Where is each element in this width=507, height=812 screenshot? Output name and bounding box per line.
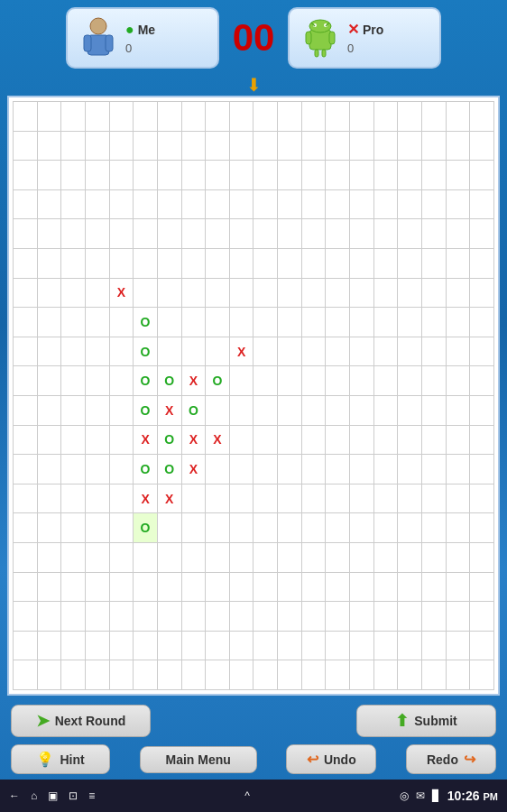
- board-cell[interactable]: [350, 366, 374, 396]
- board-cell[interactable]: [470, 132, 494, 161]
- board-cell[interactable]: [326, 484, 350, 514]
- board-cell[interactable]: [14, 396, 38, 426]
- board-cell[interactable]: [14, 484, 38, 514]
- board-cell[interactable]: [86, 249, 110, 279]
- board-cell[interactable]: [422, 632, 447, 661]
- board-cell[interactable]: [158, 249, 182, 279]
- board-cell[interactable]: [278, 660, 302, 690]
- board-cell[interactable]: [326, 219, 350, 249]
- board-cell[interactable]: [86, 337, 110, 367]
- board-cell[interactable]: O: [182, 396, 207, 426]
- board-cell[interactable]: X: [182, 366, 207, 396]
- board-cell[interactable]: [302, 102, 327, 132]
- board-cell[interactable]: [182, 484, 207, 514]
- board-cell[interactable]: [302, 249, 327, 279]
- board-cell[interactable]: [158, 132, 182, 161]
- board-cell[interactable]: [254, 249, 278, 279]
- board-cell[interactable]: [350, 132, 374, 161]
- board-cell[interactable]: [254, 602, 278, 632]
- board-cell[interactable]: [350, 660, 374, 690]
- board-cell[interactable]: [254, 219, 278, 249]
- board-cell[interactable]: [398, 308, 422, 337]
- board-cell[interactable]: [350, 102, 374, 132]
- board-cell[interactable]: [14, 161, 38, 190]
- board-cell[interactable]: X: [158, 484, 182, 514]
- board-cell[interactable]: [302, 455, 327, 484]
- board-cell[interactable]: [14, 249, 38, 279]
- board-cell[interactable]: [254, 455, 278, 484]
- board-cell[interactable]: [14, 279, 38, 309]
- board-cell[interactable]: [86, 455, 110, 484]
- board-cell[interactable]: [326, 455, 350, 484]
- board-cell[interactable]: [350, 219, 374, 249]
- board-cell[interactable]: [470, 573, 494, 603]
- board-cell[interactable]: [158, 337, 182, 367]
- board-cell[interactable]: [86, 132, 110, 161]
- board-cell[interactable]: [38, 366, 62, 396]
- board-cell[interactable]: [422, 484, 447, 514]
- board-cell[interactable]: [278, 190, 302, 220]
- redo-button[interactable]: Redo ↪: [406, 744, 496, 774]
- board-cell[interactable]: [86, 279, 110, 309]
- board-cell[interactable]: [326, 102, 350, 132]
- board-cell[interactable]: [14, 366, 38, 396]
- board-cell[interactable]: [182, 249, 207, 279]
- board-cell[interactable]: [326, 426, 350, 456]
- board-cell[interactable]: [254, 660, 278, 690]
- board-cell[interactable]: [422, 513, 447, 543]
- board-cell[interactable]: [302, 660, 327, 690]
- board-cell[interactable]: [14, 102, 38, 132]
- board-cell[interactable]: [110, 190, 134, 220]
- board-cell[interactable]: [326, 632, 350, 661]
- undo-button[interactable]: ↩ Undo: [286, 744, 376, 774]
- board-cell[interactable]: X: [134, 426, 158, 456]
- board-cell[interactable]: [230, 455, 254, 484]
- board-cell[interactable]: [422, 366, 447, 396]
- board-cell[interactable]: [206, 455, 230, 484]
- board-cell[interactable]: [206, 132, 230, 161]
- board-cell[interactable]: [206, 632, 230, 661]
- board-cell[interactable]: [374, 573, 399, 603]
- board-cell[interactable]: [158, 602, 182, 632]
- board-cell[interactable]: X: [134, 484, 158, 514]
- board-cell[interactable]: [278, 366, 302, 396]
- board-cell[interactable]: [158, 219, 182, 249]
- board-cell[interactable]: [278, 161, 302, 190]
- board-cell[interactable]: [447, 308, 471, 337]
- board-cell[interactable]: [302, 132, 327, 161]
- board-cell[interactable]: [302, 219, 327, 249]
- board-cell[interactable]: [254, 102, 278, 132]
- board-cell[interactable]: [350, 190, 374, 220]
- board-cell[interactable]: [470, 190, 494, 220]
- board-cell[interactable]: [374, 484, 399, 514]
- board-cell[interactable]: [230, 249, 254, 279]
- board-cell[interactable]: [278, 484, 302, 514]
- board-cell[interactable]: [422, 308, 447, 337]
- board-cell[interactable]: [374, 249, 399, 279]
- board-cell[interactable]: [350, 632, 374, 661]
- board-cell[interactable]: [350, 161, 374, 190]
- board-cell[interactable]: [182, 279, 207, 309]
- board-cell[interactable]: [38, 337, 62, 367]
- board-cell[interactable]: [422, 102, 447, 132]
- board-cell[interactable]: [350, 573, 374, 603]
- submit-button[interactable]: ⬆ Submit: [356, 705, 496, 737]
- board-cell[interactable]: [38, 632, 62, 661]
- board-cell[interactable]: [398, 513, 422, 543]
- board-cell[interactable]: [326, 132, 350, 161]
- board-cell[interactable]: [254, 190, 278, 220]
- board-cell[interactable]: [470, 455, 494, 484]
- board-cell[interactable]: [350, 337, 374, 367]
- next-round-button[interactable]: ➤ Next Round: [11, 705, 151, 737]
- board-cell[interactable]: [61, 161, 86, 190]
- board-cell[interactable]: [14, 455, 38, 484]
- board-cell[interactable]: [38, 308, 62, 337]
- board-cell[interactable]: [134, 219, 158, 249]
- board-cell[interactable]: [278, 602, 302, 632]
- board-cell[interactable]: [134, 602, 158, 632]
- board-cell[interactable]: [302, 513, 327, 543]
- board-cell[interactable]: [470, 161, 494, 190]
- board-cell[interactable]: [374, 632, 399, 661]
- board-cell[interactable]: [447, 219, 471, 249]
- board-cell[interactable]: [326, 308, 350, 337]
